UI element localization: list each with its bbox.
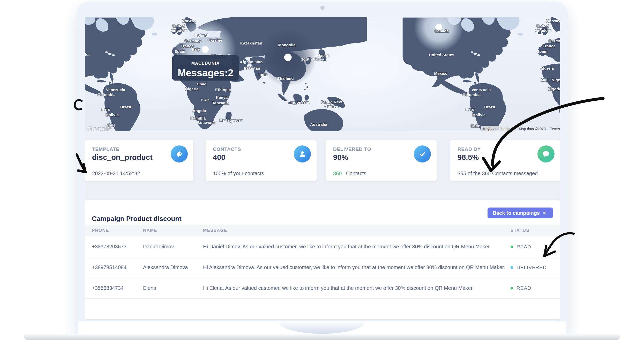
stat-label: TEMPLATE — [92, 146, 119, 152]
tooltip-country: MACEDONIA — [191, 61, 220, 65]
map-country-label: Algeria — [540, 66, 554, 70]
campaign-panel: Campaign Product discount Back to campai… — [85, 200, 560, 319]
status-badge: DELIVERED — [516, 265, 547, 270]
map-country-label: Poland — [195, 33, 208, 38]
map-country-label: South Korea — [301, 57, 324, 61]
stat-card-template: TEMPLATEdisc_on_product2023-09-21 14:52:… — [85, 140, 193, 181]
cell-name: Elena — [143, 285, 203, 291]
stat-value: 98.5% — [458, 153, 479, 162]
map-country-label: Namibia — [190, 116, 206, 120]
stat-value: 400 — [213, 153, 225, 162]
map-country-label: Niger — [551, 78, 560, 82]
table-row: +3556834734ElenaHi Elena. As our valued … — [85, 278, 560, 299]
megaphone-icon — [171, 145, 188, 162]
map-tooltip: MACEDONIA Messages:2 — [172, 55, 239, 81]
keyboard-shortcuts-link[interactable]: Keyboard shortcuts — [483, 127, 514, 131]
chat-bubble-icon — [537, 145, 555, 162]
stat-subtext: 360Contacts — [333, 171, 366, 176]
map-country-label: Botswana — [197, 120, 216, 125]
map-country-label: Australia — [310, 122, 327, 127]
map-data-label: Map data ©2023 — [519, 127, 546, 131]
map-country-label: Brazil — [484, 105, 495, 109]
stat-card-delivered-to: DELIVERED TO90%360Contacts — [326, 140, 437, 181]
map-country-label: Kazakhstan — [240, 41, 262, 45]
cell-message: Hi Elena. As our valued customer, we lik… — [203, 285, 511, 291]
map-country-label: Norway — [546, 19, 560, 23]
dashboard-screen: atesNorwayUnitedKingdomPolandGermanyUkra… — [85, 17, 560, 321]
stat-value: 90% — [333, 153, 348, 162]
table-row: +38978203673Daniel DimovHi Daniel Dimov.… — [85, 236, 560, 257]
map-country-label: Venezuela — [471, 87, 491, 92]
map-country-label: Venezuela — [106, 87, 125, 92]
map-country-label: Ethiopia — [215, 87, 231, 92]
map-country-label: Indonesia — [290, 100, 309, 105]
user-icon — [294, 145, 311, 162]
map-country-label: Mexico — [434, 71, 448, 76]
stat-label: READ BY — [458, 146, 481, 152]
column-header-status: STATUS — [511, 228, 560, 233]
map-country-label: Mali — [541, 78, 549, 82]
terms-link[interactable]: Terms — [550, 127, 560, 131]
map-country-label: Angola — [193, 108, 206, 113]
table-body: +38978203673Daniel DimovHi Daniel Dimov.… — [85, 236, 560, 299]
check-icon — [414, 145, 431, 162]
europe-marker-icon[interactable] — [202, 46, 209, 53]
map-country-label: DRC — [201, 98, 209, 102]
cell-name: Aleksandra Dimova — [143, 264, 203, 270]
cell-phone: +3556834734 — [92, 285, 143, 291]
map-country-label: Colombia — [98, 92, 116, 97]
cell-phone: +38978514084 — [92, 264, 143, 270]
map-country-label: India — [258, 72, 268, 77]
map-country-label: Brazil — [120, 105, 131, 109]
cell-message: Hi Daniel Dimov. As our valued customer,… — [203, 244, 511, 250]
map-country-label: Ukraine — [208, 38, 222, 42]
map-country-label: Bolivia — [473, 113, 486, 117]
cell-status: READ — [511, 285, 560, 291]
column-header-phone: PHONE — [92, 228, 143, 233]
stat-label: DELIVERED TO — [333, 146, 371, 152]
stat-label: CONTACTS — [213, 146, 241, 152]
back-to-campaigns-button[interactable]: Back to campaings — [488, 208, 553, 218]
map-country-label: UnitedKingdom — [170, 24, 187, 33]
webcam-icon — [320, 6, 325, 10]
stat-value: disc_on_product — [92, 153, 153, 162]
stat-cards-row: TEMPLATEdisc_on_product2023-09-21 14:52:… — [85, 140, 560, 181]
cell-status: READ — [511, 244, 560, 250]
map-country-label: Chad — [197, 82, 206, 86]
map-country-label: Norway — [182, 19, 196, 23]
world-map[interactable]: atesNorwayUnitedKingdomPolandGermanyUkra… — [85, 17, 560, 131]
laptop-frame: atesNorwayUnitedKingdomPolandGermanyUkra… — [77, 2, 568, 334]
map-country-label: Nigeria — [548, 87, 560, 91]
status-dot-icon — [511, 266, 513, 269]
cell-message: Hi Aleksandra Dimova. As our valued cust… — [203, 264, 511, 270]
cell-phone: +38978203673 — [92, 244, 143, 250]
stat-subtext: 355 of the 360 Contacts messaged. — [458, 171, 539, 176]
google-logo[interactable]: Google — [87, 125, 112, 131]
table-header-row: PHONENAMEMESSAGESTATUS — [85, 225, 560, 236]
map-country-label: Spain — [537, 49, 548, 54]
map-country-label: Spain — [175, 49, 185, 54]
map-country-label: ates — [85, 52, 91, 57]
cell-name: Daniel Dimov — [143, 244, 203, 250]
canada-marker-icon[interactable] — [436, 24, 442, 31]
map-country-label: United States — [429, 53, 454, 57]
column-header-message: MESSAGE — [203, 228, 511, 233]
map-country-label: Tanzania — [212, 101, 229, 105]
stat-card-read-by: READ BY98.5%355 of the 360 Contacts mess… — [450, 140, 560, 181]
map-country-label: Thailand — [278, 76, 294, 80]
back-to-campaigns-label: Back to campaings — [493, 210, 540, 216]
stat-subtext: 2023-09-21 14:52:32 — [92, 171, 140, 176]
stat-subtext: 100% of your contacts — [213, 171, 264, 176]
tooltip-messages: Messages:2 — [178, 68, 233, 78]
stat-card-contacts: CONTACTS400100% of your contacts — [206, 140, 317, 181]
world-map-svg[interactable]: atesNorwayUnitedKingdomPolandGermanyUkra… — [85, 17, 560, 131]
status-dot-icon — [511, 287, 513, 290]
status-badge: READ — [516, 285, 531, 291]
map-country-label: Afghanistan — [240, 60, 263, 64]
map-country-label: Peru — [102, 107, 110, 112]
map-country-label: Germany — [184, 39, 202, 43]
map-country-label: Peru — [466, 107, 474, 112]
asia-marker-icon[interactable] — [284, 54, 292, 61]
map-country-label: Mongolia — [278, 43, 296, 47]
laptop-base — [24, 334, 620, 340]
